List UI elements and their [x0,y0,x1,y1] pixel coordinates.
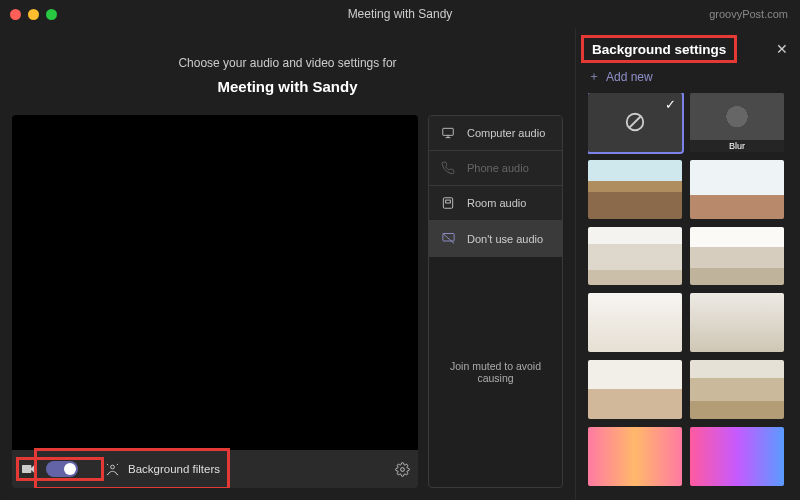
add-new-button[interactable]: ＋ Add new [588,68,788,85]
bg-option-image[interactable] [588,427,682,486]
bg-option-image[interactable] [588,160,682,219]
watermark: groovyPost.com [709,8,788,20]
bg-option-image[interactable] [690,360,784,419]
svg-rect-4 [446,200,451,203]
monitor-icon [441,126,457,140]
bg-option-none[interactable]: ✓ [588,93,682,152]
room-audio-label: Room audio [467,197,526,209]
svg-rect-2 [443,128,454,135]
audio-options: Computer audio Phone audio Room audio Do… [428,115,563,488]
computer-audio-label: Computer audio [467,127,545,139]
bg-option-image[interactable] [690,160,784,219]
meeting-name: Meeting with Sandy [12,78,563,95]
background-grid[interactable]: ✓ Blur [588,93,788,486]
phone-audio-option: Phone audio [429,151,562,186]
svg-point-0 [110,465,114,469]
bg-option-image[interactable] [588,227,682,286]
titlebar: Meeting with Sandy groovyPost.com [0,0,800,28]
no-audio-icon [441,231,457,246]
phone-icon [441,161,457,175]
bg-option-image[interactable] [690,227,784,286]
join-muted-note: Join muted to avoid causing [429,257,562,487]
room-audio-option[interactable]: Room audio [429,186,562,221]
bg-option-image[interactable] [588,360,682,419]
background-filters-button[interactable]: Background filters [104,461,220,477]
check-icon: ✓ [665,97,676,112]
close-panel-button[interactable]: ✕ [776,41,788,57]
device-settings-button[interactable] [394,461,410,477]
add-new-label: Add new [606,70,653,84]
video-preview [12,115,418,450]
plus-icon: ＋ [588,68,600,85]
background-filters-label: Background filters [128,463,220,475]
bg-option-image[interactable] [588,293,682,352]
background-settings-panel: Background settings ✕ ＋ Add new ✓ Blur [575,28,800,500]
bg-option-image[interactable] [690,293,784,352]
settings-prompt: Choose your audio and video settings for [12,56,563,70]
no-audio-label: Don't use audio [467,233,543,245]
camera-toggle[interactable] [46,461,78,477]
phone-audio-label: Phone audio [467,162,529,174]
room-icon [441,196,457,210]
no-audio-option[interactable]: Don't use audio [429,221,562,257]
computer-audio-option[interactable]: Computer audio [429,116,562,151]
bg-option-image[interactable] [690,427,784,486]
svg-point-1 [400,467,404,471]
video-toolbar: Background filters [12,450,418,488]
background-filters-icon [104,461,120,477]
window-title: Meeting with Sandy [0,7,800,21]
blur-label: Blur [690,140,784,152]
camera-icon [20,461,36,477]
bg-option-blur[interactable]: Blur [690,93,784,152]
